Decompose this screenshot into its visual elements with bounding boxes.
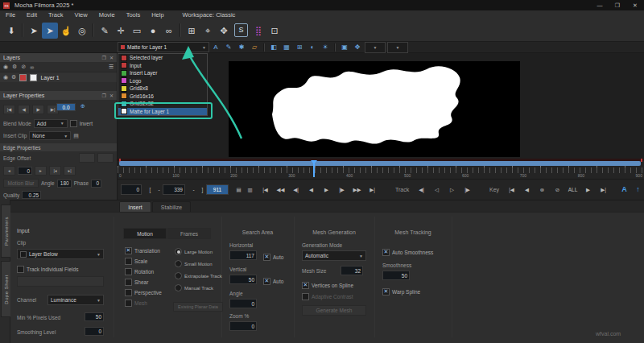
keyframe-button[interactable]: |◀ [506, 184, 518, 195]
brightness-view-icon[interactable]: ☀ [320, 43, 331, 52]
view-scale-select[interactable]: ▼ [387, 42, 408, 53]
keyframe-button[interactable]: ▶ [582, 184, 594, 195]
motion-radio[interactable]: Manual Track [175, 282, 222, 294]
inout-nav-button[interactable]: ▶ [32, 105, 44, 114]
playback-button[interactable]: ◀ [305, 184, 317, 195]
toolbar-divider[interactable] [180, 23, 181, 37]
color-sample-icon[interactable]: ▣ [339, 43, 350, 52]
current-frame-field[interactable]: 339 [163, 184, 185, 195]
eye-icon[interactable]: ◉ [3, 64, 8, 70]
matte-view-selector[interactable]: Matte for Layer 1 ▼ [118, 42, 209, 52]
gear-icon[interactable]: ⚙ [11, 74, 16, 81]
keyframe-button[interactable]: ◀ [521, 184, 533, 195]
matte-dropdown-item[interactable]: Insert Layer [118, 69, 207, 77]
playback-button[interactable]: |◀ [259, 184, 271, 195]
add-point-icon[interactable]: ✛ [113, 23, 129, 39]
close-button[interactable]: ✕ [626, 0, 644, 10]
module-icon[interactable]: ⊡ [266, 23, 283, 39]
spline-pen-icon[interactable]: ✎ [97, 23, 113, 39]
min-pixels-field[interactable]: 50 [85, 312, 104, 321]
warp-spline-checkbox[interactable]: Warp Spline [382, 287, 420, 296]
zoom-level-select[interactable]: ▼ [365, 42, 386, 53]
close-panel-icon[interactable]: ✕ [109, 93, 114, 98]
text-overlay-icon[interactable]: A [210, 43, 221, 52]
motion-mode-button[interactable]: Motion [123, 228, 167, 239]
gear-icon[interactable]: ⚙ [12, 64, 17, 70]
out-marker[interactable] [641, 159, 642, 162]
generation-mode-select[interactable]: Automatic▼ [302, 250, 366, 261]
smoothing-field[interactable]: 0 [85, 327, 104, 336]
track-fields-checkbox[interactable]: Track Individual Fields [17, 264, 78, 274]
minimize-button[interactable]: — [591, 0, 609, 10]
matte-dropdown-item[interactable]: Grid16x16 [118, 93, 207, 101]
smoothness-field[interactable]: 50 [382, 271, 410, 280]
search-angle-field[interactable]: 0 [229, 299, 257, 308]
offset-increment-button[interactable]: ▸ [35, 166, 47, 176]
matte-dropdown-item[interactable]: Logo [118, 77, 207, 85]
mesh-grid-icon[interactable]: ⣿ [250, 23, 266, 39]
overlay-view-icon[interactable]: ▦ [281, 43, 292, 52]
matte-dropdown-item[interactable]: Selected layer [118, 54, 207, 62]
keyframe-button[interactable]: ⊗ [536, 184, 548, 195]
blend-mode-select[interactable]: Add▼ [34, 119, 68, 128]
viewer-canvas[interactable] [229, 61, 520, 157]
motion-checkbox[interactable]: Rotation [125, 267, 162, 277]
keyframe-button[interactable]: ▶| [597, 184, 609, 195]
tab-stabilize[interactable]: Stabilize [152, 201, 191, 212]
toolbar-divider[interactable] [93, 23, 94, 37]
phase-field[interactable]: 0 [91, 180, 101, 188]
playback-button[interactable]: ▶ [320, 184, 332, 195]
track-step-button[interactable]: ◀| [415, 184, 427, 195]
maximize-button[interactable]: ❐ [609, 0, 626, 10]
track-step-button[interactable]: ◁ [431, 184, 443, 195]
offset-decrement-button[interactable]: ◂ [3, 166, 15, 176]
viewbar-divider[interactable] [334, 43, 336, 52]
layer-fill-swatch[interactable] [30, 74, 37, 81]
input-disabled-button[interactable] [17, 276, 104, 287]
motion-radio[interactable]: Large Motion [175, 246, 222, 258]
insert-clip-select[interactable]: None▼ [29, 131, 71, 140]
save-icon[interactable]: ⬇ [3, 23, 19, 39]
playback-button[interactable]: ◀| [290, 184, 302, 195]
out-point-field[interactable]: 0.0 [56, 103, 76, 111]
transform-grid-icon[interactable]: ⊞ [184, 23, 200, 39]
track-step-button[interactable]: ▷ [446, 184, 458, 195]
layer-row[interactable]: ◉ ⚙ Layer 1 [0, 72, 117, 82]
playhead[interactable] [313, 160, 315, 177]
keyframe-button[interactable]: ⊘ [551, 184, 564, 195]
horizontal-auto-checkbox[interactable]: Auto [263, 252, 283, 262]
link-track-icon[interactable]: ⊕ [80, 103, 85, 110]
auto-smoothness-checkbox[interactable]: Auto Smoothness [382, 247, 433, 257]
adaptive-contrast-checkbox[interactable]: Adaptive Contrast [302, 291, 353, 301]
angle-field[interactable]: 180 [57, 180, 72, 188]
channel-select[interactable]: Luminance▼ [47, 295, 104, 305]
existing-planar-data-button[interactable]: Existing Planar Data [173, 302, 223, 312]
quality-field[interactable]: 0.25 [22, 191, 41, 199]
close-panel-icon[interactable]: ✕ [109, 55, 114, 60]
select-alt-tool-icon[interactable]: ➤ [42, 23, 58, 39]
uprev-button[interactable]: ↑ [632, 184, 644, 194]
motion-blur-button[interactable]: Motion Blur [3, 179, 39, 188]
stabilize-module-icon[interactable]: S [234, 23, 248, 37]
viewbar-divider[interactable] [263, 43, 265, 52]
workspace-label[interactable]: Workspace: Classic [183, 11, 236, 19]
motion-checkbox[interactable]: Translation [125, 246, 162, 256]
link-tool-icon[interactable]: ∞ [161, 23, 177, 39]
menu-item[interactable]: Edit [21, 11, 43, 19]
layer-outline-swatch[interactable] [19, 74, 27, 81]
hamburger-menu-icon[interactable]: ☰ [109, 64, 114, 70]
vertical-auto-checkbox[interactable]: Auto [263, 276, 283, 286]
clip-select[interactable]: Layer Below▼ [17, 249, 104, 259]
lock-icon[interactable]: ⊘ [21, 64, 26, 70]
contrast-view-icon[interactable]: ◐ [307, 43, 318, 52]
motion-radio[interactable]: Small Motion [175, 258, 222, 270]
menu-item[interactable]: Movie [93, 11, 121, 19]
point-overlay-icon[interactable]: ✱ [236, 43, 247, 52]
timeline[interactable]: 0100200300400500600700800900 [118, 159, 644, 179]
inout-nav-button[interactable]: ◀ [18, 105, 30, 114]
toolbar-divider[interactable] [22, 23, 23, 37]
ellipse-tool-icon[interactable]: ● [145, 23, 161, 39]
edge-offset-button-b[interactable] [97, 153, 114, 163]
inout-nav-button[interactable]: |◀ [3, 105, 15, 114]
stabilize-view-icon[interactable]: ✥ [352, 43, 363, 52]
